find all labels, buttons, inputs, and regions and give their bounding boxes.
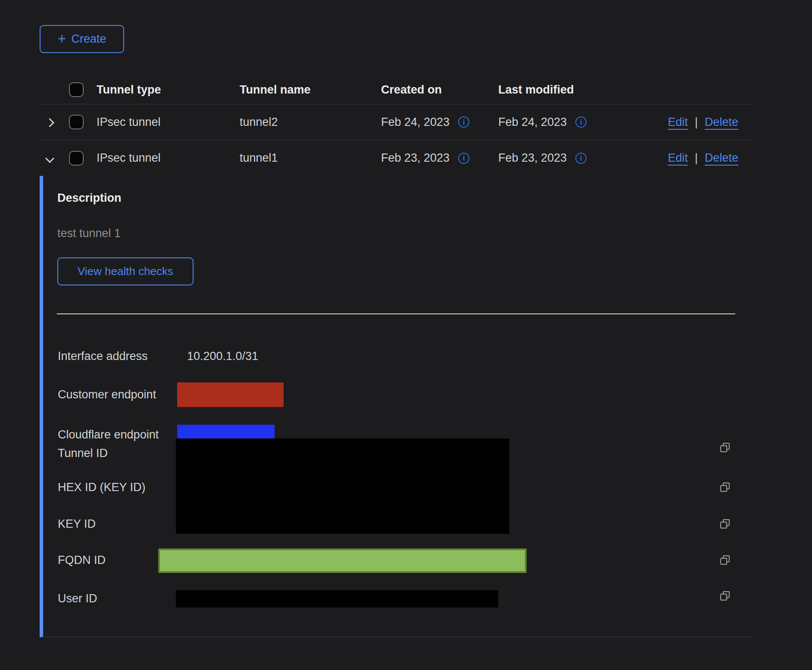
user-id-label: User ID (58, 592, 97, 605)
interface-address-value: 10.200.1.0/31 (187, 350, 258, 363)
table-row: IPsec tunnel tunnel1 Feb 23, 2023 i Feb … (40, 140, 753, 176)
user-id-redacted-value (176, 590, 498, 607)
row-actions: Edit | Delete (668, 151, 753, 165)
copy-user-id-button[interactable] (719, 590, 731, 602)
actions-separator: | (695, 116, 698, 129)
edit-link[interactable]: Edit (668, 116, 688, 129)
row-actions: Edit | Delete (668, 116, 753, 129)
created-on-cell: Feb 24, 2023 i (381, 116, 498, 129)
header-created-on: Created on (381, 83, 498, 97)
checkbox-cell (69, 115, 97, 129)
copy-icon (719, 518, 731, 530)
table-header: Tunnel type Tunnel name Created on Last … (40, 75, 753, 104)
created-on-value: Feb 23, 2023 (381, 151, 450, 165)
delete-link[interactable]: Delete (705, 151, 738, 165)
last-modified-cell: Feb 24, 2023 i (498, 116, 625, 129)
copy-icon (719, 441, 731, 454)
actions-separator: | (695, 151, 698, 165)
plus-icon: + (58, 31, 66, 46)
tunnel-name-value: tunnel1 (240, 151, 381, 165)
select-all-cell (69, 82, 97, 97)
copy-icon (719, 481, 731, 493)
delete-link[interactable]: Delete (705, 116, 738, 129)
edit-link[interactable]: Edit (668, 151, 688, 165)
hex-id-label: HEX ID (KEY ID) (58, 481, 146, 494)
tunnel-name-value: tunnel2 (240, 116, 381, 129)
copy-hex-id-button[interactable] (719, 481, 731, 493)
section-divider (57, 313, 735, 314)
description-value: test tunnel 1 (57, 227, 121, 240)
key-id-label: KEY ID (58, 517, 96, 531)
cloudflare-endpoint-label: Cloudflare endpoint (58, 428, 159, 441)
interface-address-label: Interface address (58, 350, 148, 363)
header-tunnel-name: Tunnel name (240, 83, 381, 97)
tunnel-id-label: Tunnel ID (58, 447, 108, 460)
view-health-checks-button[interactable]: View health checks (57, 257, 194, 285)
info-icon[interactable]: i (575, 116, 587, 128)
expander-cell (40, 151, 69, 165)
last-modified-cell: Feb 23, 2023 i (498, 151, 625, 165)
description-label: Description (57, 191, 122, 205)
select-all-checkbox[interactable] (69, 82, 84, 97)
info-icon[interactable]: i (458, 153, 469, 164)
created-on-cell: Feb 23, 2023 i (381, 151, 498, 165)
header-last-modified: Last modified (498, 83, 625, 97)
copy-key-id-button[interactable] (719, 518, 731, 530)
create-button[interactable]: + Create (40, 25, 124, 53)
chevron-down-icon[interactable] (45, 154, 54, 163)
info-icon[interactable]: i (458, 116, 469, 128)
create-button-label: Create (71, 32, 106, 46)
expander-cell (40, 116, 69, 129)
customer-endpoint-label: Customer endpoint (58, 388, 156, 401)
copy-fqdn-id-button[interactable] (719, 554, 731, 566)
table-row: IPsec tunnel tunnel2 Feb 24, 2023 i Feb … (40, 104, 753, 140)
customer-endpoint-redacted-value (177, 382, 284, 407)
row-checkbox[interactable] (69, 151, 84, 166)
copy-icon (719, 554, 731, 566)
ids-redacted-value (176, 438, 509, 534)
tunnel-type-value: IPsec tunnel (97, 151, 240, 165)
chevron-right-icon[interactable] (45, 118, 54, 127)
row-checkbox[interactable] (69, 115, 84, 129)
info-icon[interactable]: i (575, 153, 587, 164)
last-modified-value: Feb 24, 2023 (498, 116, 567, 129)
header-tunnel-type: Tunnel type (97, 83, 240, 97)
copy-tunnel-id-button[interactable] (719, 441, 731, 454)
created-on-value: Feb 24, 2023 (381, 116, 450, 129)
checkbox-cell (69, 151, 97, 166)
tunnel-detail-panel: Description test tunnel 1 View health ch… (40, 176, 753, 637)
last-modified-value: Feb 23, 2023 (498, 151, 567, 165)
fqdn-id-redacted-value (158, 548, 527, 573)
tunnel-type-value: IPsec tunnel (97, 116, 240, 129)
copy-icon (719, 590, 731, 602)
fqdn-id-label: FQDN ID (58, 554, 106, 567)
